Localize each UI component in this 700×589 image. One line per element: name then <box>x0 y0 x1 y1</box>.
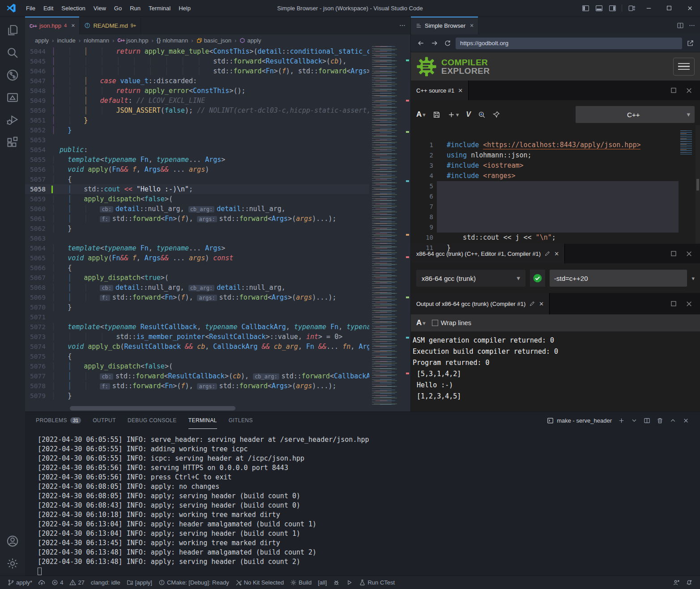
ce-source-maximize-icon[interactable] <box>670 87 677 94</box>
more-actions-icon[interactable] <box>688 22 696 29</box>
horizontal-scrollbar[interactable] <box>70 406 235 411</box>
ce-code-line-6[interactable]: 6int main() { <box>411 181 700 191</box>
menu-selection[interactable]: Selection <box>57 3 89 13</box>
code-line-5054[interactable]: 5054 public: <box>25 145 369 155</box>
ce-source-tab[interactable]: C++ source #1 ✕ <box>411 81 469 100</box>
ce-code-line-10[interactable]: 10 std::cout << j << "\n"; <box>411 222 700 233</box>
code-line-5064[interactable]: 5064│ template<typename Fn, typename... … <box>25 243 369 253</box>
output-font-size-button[interactable]: A▾ <box>416 318 426 327</box>
code-line-5078[interactable]: 5078│ │ │ f:std::forward<Fn>(f), args:st… <box>25 381 369 391</box>
font-size-button[interactable]: A▾ <box>416 110 426 119</box>
breadcrumb-item[interactable]: basic_json <box>196 37 231 44</box>
ce-menu-hamburger-icon[interactable] <box>673 58 695 76</box>
tab-README.md[interactable]: README.md 9+ <box>80 17 141 34</box>
code-line-5056[interactable]: 5056│ void apply(Fn&& f, Args&& ... args… <box>25 165 369 174</box>
ce-source-close-icon[interactable] <box>685 87 693 94</box>
panel-tab-output[interactable]: OUTPUT <box>93 412 116 429</box>
account-icon[interactable] <box>2 531 23 551</box>
breadcrumb-item[interactable]: include <box>57 37 75 44</box>
breadcrumb-item[interactable]: apply <box>239 37 261 44</box>
code-line-5062[interactable]: 5062│ } <box>25 224 369 233</box>
tab-json.hpp[interactable]: C++ json.hpp 4 × <box>25 17 80 34</box>
ce-code-line-2[interactable]: 2using nlohmann::json; <box>411 140 700 150</box>
problems-errors[interactable]: 4 <box>48 576 66 589</box>
ce-output-tab[interactable]: Output of x86-64 gcc (trunk) (Compiler #… <box>411 293 550 314</box>
ce-output-tab-close-icon[interactable]: ✕ <box>539 301 544 307</box>
ce-output-tab-edit-icon[interactable] <box>529 301 535 307</box>
problems-warnings[interactable]: 27 <box>66 576 87 589</box>
kill-terminal-icon[interactable] <box>657 417 663 424</box>
code-line-5061[interactable]: 5061│ │ │ f:std::forward<Fn>(f), args:st… <box>25 214 369 224</box>
menu-file[interactable]: File <box>22 3 39 13</box>
clangd-status[interactable]: clangd: idle <box>88 576 124 589</box>
cmake-debug[interactable] <box>330 576 343 589</box>
git-branch-status[interactable]: apply* <box>4 576 35 589</box>
explorer-icon[interactable] <box>2 20 23 41</box>
code-line-5059[interactable]: 5059│ │ apply_dispatch<false>( <box>25 194 369 204</box>
close-panel-icon[interactable] <box>683 417 689 424</box>
options-chevron-down-icon[interactable]: ▾ <box>691 275 695 282</box>
panel-tab-problems[interactable]: PROBLEMS31 <box>36 412 81 429</box>
ce-code-line-3[interactable]: 3#include <iostream> <box>411 150 700 161</box>
code-line-5052[interactable]: 5052│ } <box>25 125 369 135</box>
menu-go[interactable]: Go <box>110 3 126 13</box>
code-editor[interactable]: 5044│ │ │ │ return apply_make_tuple<Cons… <box>25 46 410 411</box>
ce-vertical-scrollbar[interactable] <box>696 125 700 244</box>
menu-terminal[interactable]: Terminal <box>145 3 175 13</box>
cmake-launch[interactable] <box>343 576 356 589</box>
breadcrumb-item[interactable]: C++json.hpp <box>117 37 148 44</box>
extensions-icon[interactable] <box>2 132 23 153</box>
new-terminal-icon[interactable] <box>618 417 625 424</box>
ce-code-line-11[interactable]: 11} <box>411 233 700 243</box>
terminal-dropdown-icon[interactable] <box>631 417 637 424</box>
code-line-5060[interactable]: 5060│ │ │ cb:detail::null_arg, cb_arg:de… <box>25 204 369 214</box>
code-line-5069[interactable]: 5069│ │ │ f:std::forward<Fn>(f), args:st… <box>25 292 369 302</box>
cmake-status[interactable]: CMake: [Debug]: Ready <box>155 576 232 589</box>
back-icon[interactable] <box>415 38 426 49</box>
cmake-project[interactable]: [apply] <box>124 576 155 589</box>
ce-code-line-8[interactable]: 8 std::cout << j << "\n"; <box>411 202 700 212</box>
run-ctest[interactable]: Run CTest <box>356 576 398 589</box>
code-line-5075[interactable]: 5075│ { <box>25 352 369 361</box>
pin-icon[interactable] <box>493 111 500 118</box>
panel-tab-terminal[interactable]: TERMINAL <box>188 412 217 429</box>
add-pane-button[interactable]: ▾ <box>448 111 459 119</box>
compiler-select[interactable]: x86-64 gcc (trunk) ▾ <box>416 270 525 287</box>
ce-source-tab-close-icon[interactable]: ✕ <box>458 87 463 94</box>
minimize-button[interactable] <box>638 0 659 16</box>
code-line-5051[interactable]: 5051│ │ } <box>25 115 369 125</box>
cmake-target[interactable]: [all] <box>315 576 330 589</box>
settings-icon[interactable] <box>2 553 23 574</box>
ce-code-line-7[interactable]: 7 json j{5, 3, 1, 4, 2}; <box>411 191 700 202</box>
code-line-5072[interactable]: 5072│ template<typename ResultCallback, … <box>25 322 369 332</box>
forward-icon[interactable] <box>429 38 440 49</box>
code-line-5055[interactable]: 5055│ template<typename Fn, typename... … <box>25 155 369 165</box>
code-line-5047[interactable]: 5047│ │ │ case value_t::discarded: <box>25 76 369 86</box>
menu-run[interactable]: Run <box>126 3 145 13</box>
cmake-build[interactable]: Build <box>287 576 315 589</box>
url-input[interactable]: https://godbolt.org <box>456 38 682 49</box>
source-control-icon[interactable] <box>2 65 23 85</box>
code-line-5074[interactable]: 5074│ void apply_cb(ResultCallback && cb… <box>25 342 369 352</box>
code-line-5044[interactable]: 5044│ │ │ │ return apply_make_tuple<Cons… <box>25 47 369 56</box>
breadcrumb-item[interactable]: {}nlohmann <box>157 37 188 44</box>
ce-code-line-5[interactable]: 5 <box>411 171 700 181</box>
editor-more-actions-icon[interactable] <box>399 22 406 29</box>
ce-output-maximize-icon[interactable] <box>670 300 677 307</box>
ce-code-line-1[interactable]: 1#include <https://localhost:8443/apply/… <box>411 130 700 140</box>
cmake-icon[interactable] <box>2 87 23 108</box>
code-line-5067[interactable]: 5067│ │ apply_dispatch<true>( <box>25 273 369 283</box>
cmake-kit[interactable]: No Kit Selected <box>232 576 287 589</box>
code-line-5079[interactable]: 5079│ } <box>25 391 369 401</box>
browser-tab-close-icon[interactable]: × <box>470 22 474 29</box>
ce-code-editor[interactable]: 1#include <https://localhost:8443/apply/… <box>411 125 700 244</box>
ce-compiler-close-icon[interactable] <box>685 250 693 258</box>
minimap[interactable] <box>370 46 405 405</box>
breadcrumb-item[interactable]: nlohmann <box>84 37 109 44</box>
zoom-search-icon[interactable] <box>478 111 486 119</box>
code-line-5073[interactable]: 5073│ │ │ │ std::is_member_pointer<Resul… <box>25 332 369 342</box>
ce-code-line-4[interactable]: 4#include <ranges> <box>411 161 700 171</box>
layout-sidebar-left-icon[interactable] <box>579 0 592 16</box>
code-line-5046[interactable]: 5046│ │ │ │ │ │ │ │ │ │ std::forward<Fn>… <box>25 66 369 76</box>
feedback[interactable] <box>670 579 683 586</box>
